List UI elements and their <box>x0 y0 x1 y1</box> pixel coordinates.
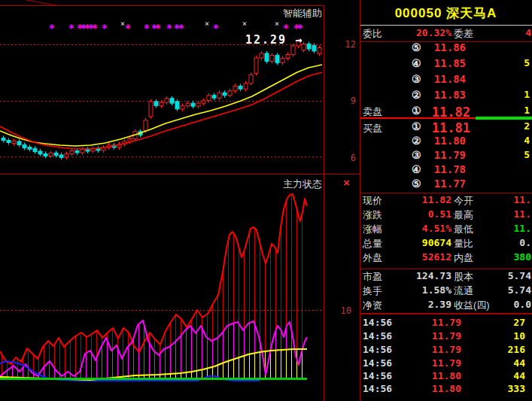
candlestick-series <box>2 39 321 160</box>
eps: 0.0 <box>514 299 531 310</box>
quote-label: 总量 <box>363 237 382 251</box>
stock-title[interactable]: 000050 深天马A <box>360 5 532 22</box>
main-force-indicator-chart[interactable] <box>0 175 324 401</box>
quote-separator <box>360 193 532 193</box>
tick-row[interactable]: 14:56 11.79 10 <box>360 330 532 344</box>
quote-label: 最低 <box>454 223 473 236</box>
tick-row[interactable]: 14:56 11.79 216 <box>360 344 532 357</box>
ask-row-3[interactable]: ③ 11.84 <box>360 73 532 89</box>
fund-label: 市盈 <box>363 270 382 284</box>
tick-price: 11.79 <box>432 357 461 369</box>
daily-candlestick-chart[interactable]: *******************×××× <box>0 0 324 175</box>
level-badge: ① <box>412 105 421 117</box>
quote-row: 涨幅 4.51% 最低 11. <box>360 223 532 237</box>
tick-row[interactable]: 14:56 11.79 27 <box>360 317 532 330</box>
quote-label: 涨跌 <box>363 208 382 222</box>
level-badge: ① <box>412 120 421 132</box>
bid-volume: 4 <box>524 135 530 146</box>
quote-row: 现价 11.82 今开 11. <box>360 194 532 208</box>
tick-volume: 216 <box>508 344 525 355</box>
tick-volume: 44 <box>513 357 525 369</box>
fund-row: 净资 2.39 收益(四) 0.0 <box>360 299 532 313</box>
percent-change: 4.51% <box>422 223 451 234</box>
tick-row[interactable]: 14:56 11.80 44 <box>360 370 532 384</box>
indicator-sticks <box>2 195 302 379</box>
pe-ratio: 124.73 <box>416 270 451 281</box>
tick-volume: 333 <box>508 383 525 394</box>
fund-row: 市盈 124.73 股本 5.74 <box>360 270 532 284</box>
tick-volume: 10 <box>513 330 525 342</box>
bid-price[interactable]: 11.80 <box>434 135 466 147</box>
level-badge: ③ <box>412 73 421 85</box>
turnover-rate: 1.58% <box>422 284 451 296</box>
svg-text:*: * <box>68 22 74 34</box>
ask-row-5[interactable]: ⑤ 11.86 <box>360 41 532 57</box>
ask-volume: 1 <box>524 105 530 116</box>
ask-row-2[interactable]: ② 11.83 1 <box>360 89 532 105</box>
bid-row-3[interactable]: ③ 11.79 5 <box>360 149 532 163</box>
low-price: 11. <box>514 223 531 234</box>
tick-price: 11.79 <box>432 317 461 328</box>
net-asset: 2.39 <box>428 299 451 310</box>
outer-volume: 52612 <box>422 251 451 263</box>
bid-price[interactable]: 11.81 <box>432 120 470 135</box>
quote-row: 涨跌 0.51 最高 11. <box>360 208 532 223</box>
tick-row[interactable]: 14:56 11.80 333 <box>360 383 532 396</box>
level-badge: ④ <box>412 163 421 175</box>
spread-bar-red <box>360 117 476 119</box>
ask-volume: 1 <box>524 89 530 100</box>
weicha-value: 4 <box>525 27 531 38</box>
buy-signal-markers: ******************* <box>49 22 303 34</box>
quote-label: 内盘 <box>454 251 473 265</box>
quote-label: 最高 <box>454 208 473 222</box>
fund-row: 换手 1.58% 流通 5.74 <box>360 284 532 299</box>
ask-price[interactable]: 11.83 <box>434 89 466 101</box>
float-shares: 5.74 <box>508 284 531 296</box>
ask-price[interactable]: 11.85 <box>434 57 466 69</box>
quote-label: 量比 <box>454 237 473 251</box>
svg-text:*: * <box>49 22 55 34</box>
ask-price[interactable]: 11.82 <box>432 105 470 118</box>
weicha-label: 委差 <box>454 27 473 41</box>
indicator-magenta-line <box>0 320 307 376</box>
ask-price[interactable]: 11.86 <box>434 41 466 53</box>
svg-text:*: * <box>144 22 150 34</box>
tick-price: 11.79 <box>432 344 461 355</box>
tick-price: 11.80 <box>432 370 461 381</box>
bid-price[interactable]: 11.77 <box>434 178 466 190</box>
tool-label-smart-assist[interactable]: 智能辅助 <box>283 7 322 20</box>
fund-label: 股本 <box>454 270 473 284</box>
bid-row-4[interactable]: ④ 11.78 <box>360 163 532 178</box>
bid-row-2[interactable]: ② 11.80 4 <box>360 135 532 149</box>
bid-row-5[interactable]: ⑤ 11.77 <box>360 178 532 192</box>
chart-divider <box>0 174 360 175</box>
ask-row-4[interactable]: ④ 11.85 5 <box>360 57 532 73</box>
bid-row-1[interactable]: ① 11.81 2 <box>360 120 532 135</box>
indicator-label[interactable]: 主力状态 <box>283 178 322 191</box>
tick-row[interactable]: 14:56 11.79 44 <box>360 357 532 371</box>
svg-text:*: * <box>155 22 161 34</box>
fund-label: 收益(四) <box>454 299 490 312</box>
svg-text:*: * <box>125 22 131 34</box>
quote-row: 外盘 52612 内盘 380 <box>360 251 532 266</box>
y-tick-6: 6 <box>331 153 356 163</box>
svg-text:*: * <box>102 22 108 34</box>
svg-text:*: * <box>297 22 303 34</box>
high-price-annotation: 12.29 → <box>245 33 303 47</box>
bid-price[interactable]: 11.79 <box>434 149 466 161</box>
tick-time: 14:56 <box>363 370 392 381</box>
quote-label: 今开 <box>454 194 473 208</box>
level-badge: ② <box>412 89 421 101</box>
bid-price[interactable]: 11.78 <box>434 163 466 175</box>
ask-price[interactable]: 11.84 <box>434 73 466 85</box>
inner-volume: 380 <box>514 251 531 263</box>
spread-bar-green <box>476 117 532 120</box>
stock-app-window: *******************×××× 智能辅助 12.29 → 主力状… <box>0 0 532 401</box>
ticks-separator <box>360 313 532 314</box>
svg-text:*: * <box>166 22 172 34</box>
bid-volume: 5 <box>524 149 530 160</box>
tick-price: 11.80 <box>432 383 461 394</box>
close-icon[interactable]: × <box>343 176 350 189</box>
weibi-value: 20.32% <box>416 27 451 38</box>
quote-row: 总量 90674 量比 0. <box>360 237 532 251</box>
